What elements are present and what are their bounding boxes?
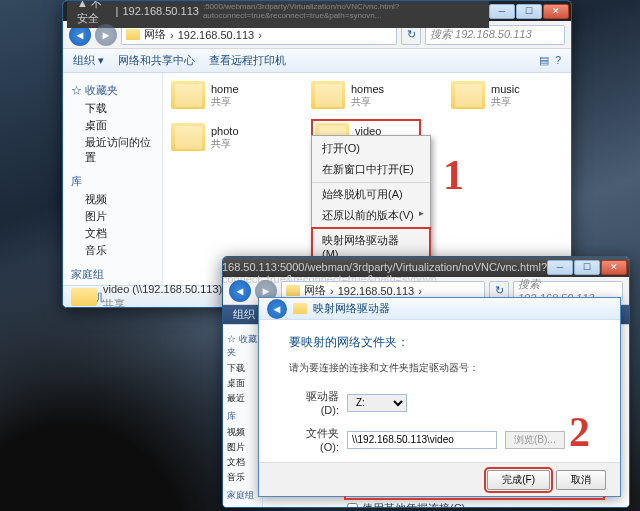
sidebar-item-documents[interactable]: 文档 — [71, 225, 156, 242]
sidebar-item-videos[interactable]: 视频 — [71, 191, 156, 208]
sidebar-item-music[interactable]: 音乐 — [71, 242, 156, 259]
drive-icon — [293, 303, 307, 314]
finish-button[interactable]: 完成(F) — [487, 470, 550, 490]
folder-label: 文件夹(O): — [289, 426, 339, 453]
toolbar-remote-printers[interactable]: 查看远程打印机 — [209, 53, 286, 68]
sidebar-item-downloads[interactable]: 下载 — [225, 361, 260, 376]
nav-forward-button[interactable]: ► — [95, 24, 117, 46]
breadcrumb-root: 网络 — [144, 27, 166, 42]
breadcrumb-host: 192.168.50.113 — [178, 29, 254, 41]
wizard-heading: 要映射的网络文件夹： — [289, 334, 602, 351]
sidebar-item-pictures[interactable]: 图片 — [71, 208, 156, 225]
folder-icon — [171, 81, 205, 109]
minimize-button[interactable]: ─ — [547, 260, 573, 275]
sidebar-item-recent[interactable]: 最近访问的位置 — [71, 134, 156, 166]
sidebar-item-desktop[interactable]: 桌面 — [71, 117, 156, 134]
wizard-titlebar: ◄ 映射网络驱动器 — [259, 298, 620, 320]
sidebar-item-downloads[interactable]: 下载 — [71, 100, 156, 117]
toolbar: 组织 ▾ 网络和共享中心 查看远程打印机 ▤ ? — [63, 49, 571, 73]
maximize-button[interactable]: ☐ — [574, 260, 600, 275]
folder-input[interactable] — [347, 431, 497, 449]
sidebar-libraries[interactable]: 库 — [71, 174, 156, 189]
sidebar-libraries[interactable]: 库 — [225, 410, 260, 423]
drive-select[interactable]: Z: — [347, 394, 407, 412]
close-button[interactable]: ✕ — [601, 260, 627, 275]
status-folder-icon — [71, 288, 97, 306]
toolbar-organize[interactable]: 组织 ▾ — [73, 53, 104, 68]
ctx-open[interactable]: 打开(O) — [312, 138, 430, 159]
folder-icon — [171, 123, 205, 151]
sidebar-item-recent[interactable]: 最近 — [225, 391, 260, 406]
sidebar-item-pictures[interactable]: 图片 — [225, 440, 260, 455]
folder-photo[interactable]: photo共享 — [171, 119, 281, 155]
ctx-open-new-window[interactable]: 在新窗口中打开(E) — [312, 159, 430, 180]
toolbar-network-center[interactable]: 网络和共享中心 — [118, 53, 195, 68]
sidebar-computer[interactable]: 计算机 — [225, 506, 260, 508]
sidebar-homegroup[interactable]: 家庭组 — [71, 267, 156, 282]
wizard-subtext: 请为要连接的连接和文件夹指定驱动器号： — [289, 361, 602, 375]
folder-homes[interactable]: homes共享 — [311, 81, 421, 109]
maximize-button[interactable]: ☐ — [516, 4, 542, 19]
drive-label: 驱动器(D): — [289, 389, 339, 416]
annotation-step-1: 1 — [443, 151, 464, 199]
view-icons-button[interactable]: ▤ — [539, 54, 549, 67]
ctx-offline-available[interactable]: 始终脱机可用(A) — [312, 182, 430, 205]
browser-tab-url: 192.168.50.113 — [122, 5, 198, 17]
explorer-window-2: ▲ 不安全 | 192.168.50.113:5000/webman/3rdpa… — [222, 256, 630, 508]
map-network-drive-wizard: ◄ 映射网络驱动器 要映射的网络文件夹： 请为要连接的连接和文件夹指定驱动器号：… — [258, 297, 621, 497]
folder-icon — [311, 81, 345, 109]
nav-back-button[interactable]: ◄ — [229, 280, 251, 302]
checkbox-othercred-input[interactable] — [347, 503, 358, 508]
wizard-back-button[interactable]: ◄ — [267, 299, 287, 319]
sidebar-homegroup[interactable]: 家庭组 — [225, 489, 260, 502]
sidebar: ☆ 收藏夹 下载 桌面 最近 库 视频 图片 文档 音乐 家庭组 计算机 网络 — [223, 325, 263, 507]
folder-music[interactable]: music共享 — [451, 81, 561, 109]
close-button[interactable]: ✕ — [543, 4, 569, 19]
sidebar-item-documents[interactable]: 文档 — [225, 455, 260, 470]
browser-tab[interactable]: ▲ 不安全 | 192.168.50.113 :5000/webman/3rdp… — [67, 0, 489, 28]
sidebar-favorites[interactable]: ☆ 收藏夹 — [225, 333, 260, 359]
folder-icon — [451, 81, 485, 109]
sidebar-item-music[interactable]: 音乐 — [225, 470, 260, 485]
win2-titlebar: ▲ 不安全 | 192.168.50.113:5000/webman/3rdpa… — [223, 257, 629, 277]
insecure-badge: ▲ 不安全 — [77, 0, 112, 26]
sidebar-favorites[interactable]: ☆ 收藏夹 — [71, 83, 156, 98]
wizard-footer: 完成(F) 取消 — [259, 462, 620, 496]
network-icon — [126, 29, 140, 40]
sidebar-item-videos[interactable]: 视频 — [225, 425, 260, 440]
folder-home[interactable]: home共享 — [171, 81, 281, 109]
sidebar-item-desktop[interactable]: 桌面 — [225, 376, 260, 391]
checkbox-other-credentials[interactable]: 使用其他凭据连接(C) — [347, 501, 602, 508]
cancel-button[interactable]: 取消 — [556, 470, 606, 490]
browser-tabstrip: ▲ 不安全 | 192.168.50.113 :5000/webman/3rdp… — [63, 1, 571, 21]
ctx-previous-versions[interactable]: 还原以前的版本(V) — [312, 205, 430, 226]
folder-content-area: home共享 homes共享 music共享 photo共享 video共享 — [163, 73, 571, 285]
minimize-button[interactable]: ─ — [489, 4, 515, 19]
browse-button[interactable]: 浏览(B)... — [505, 431, 565, 449]
sidebar: ☆ 收藏夹 下载 桌面 最近访问的位置 库 视频 图片 文档 音乐 家庭组 计算… — [63, 73, 163, 285]
wizard-title-text: 映射网络驱动器 — [313, 301, 390, 316]
network-icon — [286, 285, 300, 296]
annotation-step-2: 2 — [569, 408, 590, 456]
help-button[interactable]: ? — [555, 54, 561, 67]
